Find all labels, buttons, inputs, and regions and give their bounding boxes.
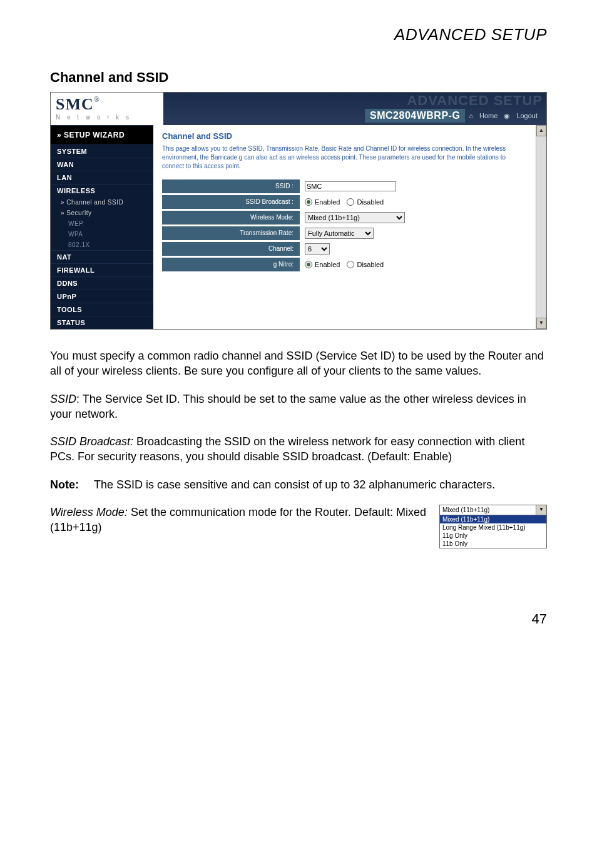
sidebar-wpa[interactable]: WPA [51,229,153,240]
logout-link[interactable]: Logout [514,112,540,119]
sidebar-wan[interactable]: WAN [51,158,153,171]
note-block: Note: The SSID is case sensitive and can… [50,477,547,492]
note-label: Note: [50,477,88,492]
sidebar-tools[interactable]: TOOLS [51,303,153,316]
dd-option-list: Mixed (11b+11g) Long Range Mixed (11b+11… [440,515,546,548]
dd-option[interactable]: Long Range Mixed (11b+11g) [440,523,546,532]
header-banner: ADVANCED SETUP SMC2804WBRP-G ⌂ Home ◉ Lo… [163,93,546,125]
dd-option[interactable]: 11b Only [440,540,546,548]
home-link[interactable]: Home [477,112,500,119]
paragraph-intro: You must specify a common radio channel … [50,348,547,379]
sidebar-upnp[interactable]: UPnP [51,290,153,303]
ssid-input[interactable] [305,181,396,191]
page-header: ADVANCED SETUP [50,25,547,44]
model-label: SMC2804WBRP-G [365,109,465,123]
dd-option[interactable]: Mixed (11b+11g) [440,515,546,523]
dd-current: Mixed (11b+11g) [440,505,536,515]
scroll-down-icon[interactable]: ▼ [536,318,546,329]
sidebar-wireless[interactable]: WIRELESS [51,184,153,197]
gnitro-disabled-text: Disabled [357,260,384,269]
sidebar-setup-wizard[interactable]: » SETUP WIZARD [51,125,153,144]
ssid-label: SSID : [162,179,300,193]
sidebar-security[interactable]: » Security [51,208,153,218]
ssidb-disabled-radio[interactable] [347,198,354,206]
settings-form: SSID : SSID Broadcast : Enabled Disabled… [162,179,527,271]
home-icon: ⌂ [469,112,473,119]
paragraph-ssid: SSID: The Service Set ID. This should be… [50,391,547,422]
ssid-broadcast-label: SSID Broadcast : [162,195,300,209]
transmission-rate-select[interactable]: Fully Automatic [305,228,374,239]
channel-select[interactable]: 6 [305,243,330,255]
sidebar-firewall[interactable]: FIREWALL [51,263,153,276]
enabled-text: Enabled [315,198,340,206]
gnitro-disabled-radio[interactable] [347,261,354,268]
sidebar-lan[interactable]: LAN [51,171,153,184]
logo-area: SMC® N e t w o r k s [51,93,163,125]
ssidb-enabled-radio[interactable] [305,198,312,206]
sidebar-ddns[interactable]: DDNS [51,276,153,290]
sidebar-8021x[interactable]: 802.1X [51,240,153,250]
wireless-mode-dropdown-figure: Mixed (11b+11g) ▼ Mixed (11b+11g) Long R… [439,505,547,548]
header-ghost-title: ADVANCED SETUP [407,93,543,109]
scrollbar[interactable]: ▲ ▼ [536,125,546,329]
brand-sub: N e t w o r k s [56,114,158,121]
panel-title: Channel and SSID [162,131,527,141]
disabled-text: Disabled [357,198,384,206]
wireless-mode-label: Wireless Mode: [162,211,300,225]
gnitro-enabled-radio[interactable] [305,261,312,268]
brand-reg: ® [94,95,100,104]
channel-label: Channel: [162,242,300,256]
transmission-rate-label: Transmission Rate: [162,226,300,240]
page-number: 47 [50,611,547,627]
gnitro-label: g Nitro: [162,258,300,271]
router-screenshot: SMC® N e t w o r k s ADVANCED SETUP SMC2… [50,92,547,330]
wireless-mode-select[interactable]: Mixed (11b+11g) [305,212,405,223]
sidebar-wep[interactable]: WEP [51,218,153,229]
dd-option[interactable]: 11g Only [440,532,546,540]
paragraph-ssid-broadcast: SSID Broadcast: Broadcasting the SSID on… [50,434,547,465]
sidebar: » SETUP WIZARD SYSTEM WAN LAN WIRELESS »… [51,125,153,329]
sidebar-status[interactable]: STATUS [51,316,153,329]
paragraph-wireless-mode: Wireless Mode: Set the communication mod… [50,505,427,535]
brand-text: SMC [56,95,94,113]
note-text: The SSID is case sensitive and can consi… [94,477,495,492]
panel-description: This page allows you to define SSID, Tra… [162,144,527,171]
section-title: Channel and SSID [50,69,547,86]
sidebar-channel-ssid[interactable]: » Channel and SSID [51,197,153,208]
sidebar-system[interactable]: SYSTEM [51,144,153,158]
gnitro-enabled-text: Enabled [315,260,340,269]
sidebar-nat[interactable]: NAT [51,250,153,263]
main-panel: Channel and SSID This page allows you to… [153,125,536,329]
scroll-up-icon[interactable]: ▲ [536,125,546,136]
chevron-down-icon[interactable]: ▼ [536,505,546,515]
logout-icon: ◉ [504,112,510,120]
